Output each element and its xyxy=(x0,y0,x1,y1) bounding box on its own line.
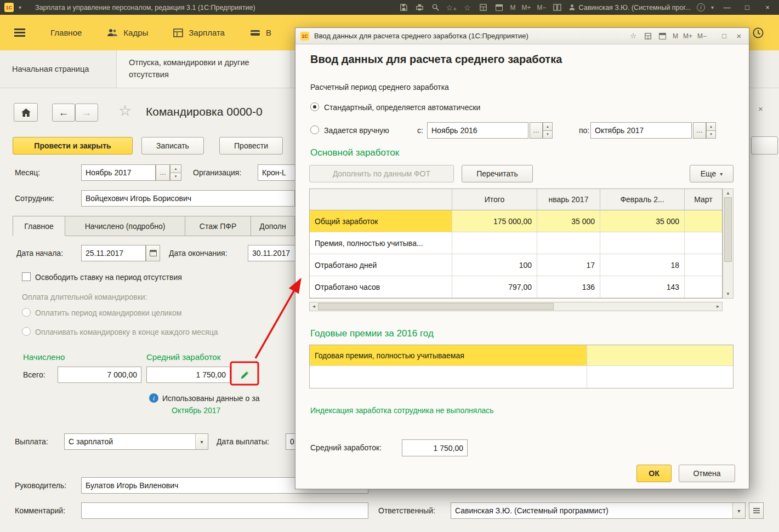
menu-item-v[interactable]: В xyxy=(250,28,271,37)
period-to-field[interactable]: Октябрь 2017 xyxy=(590,122,692,139)
split-window-icon[interactable] xyxy=(553,3,562,13)
month-select-button[interactable]: … xyxy=(156,164,170,181)
pay-whole-radio[interactable] xyxy=(22,308,31,317)
save-icon[interactable] xyxy=(399,3,408,13)
to-select-button[interactable]: … xyxy=(693,122,706,139)
menu-item-main[interactable]: Главное xyxy=(50,28,82,37)
hamburger-menu-icon[interactable] xyxy=(14,28,25,37)
table-row[interactable]: Годовая премия, полностью учитываемая xyxy=(310,345,733,366)
employee-field[interactable]: Войцехович Игорь Борисович xyxy=(81,190,295,207)
current-user[interactable]: Савинская З.Ю. (Системный прог... xyxy=(568,4,691,12)
ok-button[interactable]: ОК xyxy=(636,465,672,482)
tab-absences[interactable]: Отпуска, командировки и другие отсутстви… xyxy=(117,50,291,88)
date-start-calendar-button[interactable] xyxy=(146,245,160,261)
menu-item-zarplata[interactable]: Зарплата xyxy=(173,28,225,37)
table-row[interactable]: Общий заработок 175 000,00 35 000 35 000 xyxy=(310,210,722,232)
notifications-icon[interactable] xyxy=(752,26,765,39)
memory-minus-button[interactable]: М− xyxy=(537,4,547,12)
period-from-field[interactable]: Ноябрь 2016 xyxy=(427,122,528,139)
period-manual-radio[interactable] xyxy=(310,125,319,134)
scroll-left-icon[interactable]: ◄ xyxy=(310,302,318,311)
doc-more-button[interactable] xyxy=(751,136,778,155)
table-row[interactable]: Отработано дней 100 17 18 xyxy=(310,254,722,276)
organization-field[interactable]: Крон-L xyxy=(258,164,295,181)
chevron-down-icon[interactable]: ▾ xyxy=(732,503,745,518)
date-end-field[interactable]: 30.11.2017 xyxy=(248,245,295,261)
favorites-icon[interactable]: ☆ xyxy=(628,31,638,41)
release-rate-checkbox[interactable] xyxy=(22,272,31,281)
date-start-field[interactable]: 25.11.2017 xyxy=(81,245,146,261)
col-name[interactable] xyxy=(310,189,452,210)
reread-button[interactable]: Перечитать xyxy=(462,165,533,182)
memory-plus-button[interactable]: М+ xyxy=(521,4,531,12)
menu-item-kadry[interactable]: Кадры xyxy=(107,28,148,37)
payment-dropdown[interactable]: С зарплатой ▾ xyxy=(64,433,208,450)
pay-monthly-radio[interactable] xyxy=(22,327,31,336)
scrollbar-thumb[interactable] xyxy=(724,197,732,262)
form-tab-pfr[interactable]: Стаж ПФР xyxy=(185,216,251,236)
restore-window-button[interactable]: □ xyxy=(719,31,729,41)
fill-from-fot-button[interactable]: Дополнить по данным ФОТ xyxy=(309,165,454,182)
info-period-link[interactable]: Октябрь 2017 xyxy=(172,406,220,415)
form-tab-accrued[interactable]: Начислено (подробно) xyxy=(65,216,185,236)
info-icon[interactable]: i xyxy=(697,3,705,12)
total-field[interactable]: 7 000,00 xyxy=(58,367,141,383)
chevron-down-icon[interactable]: ▾ xyxy=(19,4,21,10)
col-total[interactable]: Итого xyxy=(452,189,537,210)
form-tab-main[interactable]: Главное xyxy=(13,216,65,236)
form-close-icon[interactable]: × xyxy=(758,104,763,113)
maximize-button[interactable]: □ xyxy=(740,3,754,12)
vertical-scrollbar[interactable]: ▲ ▼ xyxy=(723,188,733,299)
col-january[interactable]: нварь 2017 xyxy=(537,189,600,210)
write-button[interactable]: Записать xyxy=(141,137,204,155)
form-tab-additional[interactable]: Дополн xyxy=(251,216,295,236)
calendar-icon[interactable] xyxy=(658,31,668,41)
history-button[interactable] xyxy=(749,502,764,519)
from-spinner[interactable]: ▴▾ xyxy=(543,122,553,139)
edit-avg-earnings-button[interactable] xyxy=(235,366,254,384)
memory-m-button[interactable]: М xyxy=(673,32,678,40)
home-button[interactable] xyxy=(14,103,38,122)
month-spinner[interactable]: ▴▾ xyxy=(170,164,181,181)
from-select-button[interactable]: … xyxy=(530,122,543,139)
calendar-icon[interactable] xyxy=(494,3,504,13)
favorites-icon[interactable]: ☆ xyxy=(462,3,472,13)
horizontal-scrollbar[interactable]: ◄ ► xyxy=(309,302,723,311)
col-march[interactable]: Март xyxy=(685,189,722,210)
table-row[interactable]: Премия, полностью учитыва... xyxy=(310,232,722,254)
cancel-button[interactable]: Отмена xyxy=(679,465,735,482)
chevron-down-icon[interactable]: ▾ xyxy=(711,4,714,10)
add-favorite-icon[interactable]: ☆₊ xyxy=(446,3,456,13)
forward-button[interactable]: → xyxy=(75,104,98,122)
more-button[interactable]: Еще▾ xyxy=(690,165,733,182)
responsible-dropdown[interactable]: Савинская З.Ю. (Системный программист) ▾ xyxy=(451,502,746,519)
to-spinner[interactable]: ▴▾ xyxy=(706,122,716,139)
post-and-close-button[interactable]: Провести и закрыть xyxy=(13,137,133,155)
minimize-button[interactable]: — xyxy=(720,3,734,12)
memory-plus-button[interactable]: М+ xyxy=(683,32,692,40)
calculator-icon[interactable] xyxy=(478,3,488,13)
avg-earnings-field[interactable]: 1 750,00 xyxy=(146,367,230,383)
scroll-up-icon[interactable]: ▲ xyxy=(723,189,733,197)
memory-minus-button[interactable]: М− xyxy=(697,32,707,40)
back-button[interactable]: ← xyxy=(52,104,75,122)
month-field[interactable]: Ноябрь 2017 xyxy=(81,164,156,181)
dialog-avg-field[interactable]: 1 750,00 xyxy=(402,439,468,456)
favorite-star-icon[interactable]: ☆ xyxy=(118,102,132,119)
table-row[interactable]: Отработано часов 797,00 136 143 xyxy=(310,276,722,298)
col-february[interactable]: Февраль 2... xyxy=(600,189,685,210)
table-row[interactable] xyxy=(310,366,733,388)
scrollbar-thumb[interactable] xyxy=(318,303,554,310)
print-icon[interactable] xyxy=(414,3,424,13)
scroll-down-icon[interactable]: ▼ xyxy=(723,290,733,298)
chevron-down-icon[interactable]: ▾ xyxy=(195,434,208,449)
tab-home-page[interactable]: Начальная страница xyxy=(0,50,117,88)
dialog-close-button[interactable]: × xyxy=(734,31,744,41)
pay-date-field[interactable]: 0 xyxy=(286,433,295,450)
search-icon[interactable] xyxy=(430,3,440,13)
post-button[interactable]: Провести xyxy=(219,137,283,155)
calculator-icon[interactable] xyxy=(643,31,653,41)
comment-field[interactable] xyxy=(81,502,368,519)
scroll-right-icon[interactable]: ► xyxy=(714,302,722,311)
memory-m-button[interactable]: М xyxy=(510,4,515,12)
